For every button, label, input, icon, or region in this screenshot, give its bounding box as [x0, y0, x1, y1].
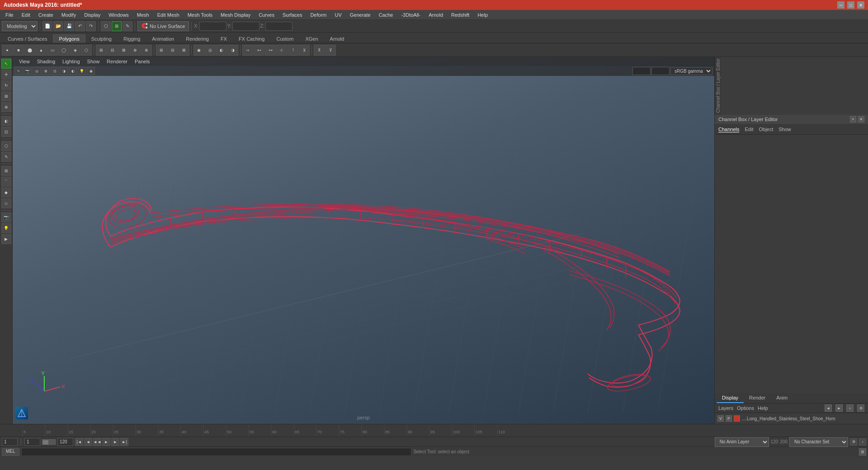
pyramid-btn[interactable]: ⬡ [81, 45, 92, 56]
layers-label[interactable]: Layers [718, 405, 733, 411]
sound-btn[interactable]: ♪ [859, 438, 866, 446]
plane-btn[interactable]: ▭ [47, 45, 58, 56]
minimize-button[interactable]: ─ [837, 1, 844, 9]
anim-tab[interactable]: Anim [771, 393, 793, 403]
z-input[interactable] [265, 22, 292, 31]
object-tab[interactable]: Object [759, 127, 773, 132]
bevel-btn[interactable]: ⊹ [276, 45, 287, 56]
layer-name[interactable]: ....Long_Handled_Stainless_Steel_Shoe_Ho… [742, 416, 865, 421]
isolate-btn[interactable]: ◎ [33, 67, 41, 75]
tab-arnold[interactable]: Arnold [324, 34, 350, 43]
prev-frame-btn[interactable]: ◄ [84, 438, 92, 446]
show-menu[interactable]: Show [85, 59, 103, 64]
new-scene-btn[interactable]: 📄 [42, 21, 52, 31]
goto-end-btn[interactable]: ►| [120, 438, 128, 446]
menu-file[interactable]: File [2, 11, 17, 19]
mel-button[interactable]: MEL [2, 448, 19, 456]
renderer-menu[interactable]: Renderer [104, 59, 130, 64]
no-live-button[interactable]: 🧲 No Live Surface [137, 21, 189, 31]
menu-3dto-all[interactable]: -3DtoAll- [397, 11, 424, 19]
reduce-btn[interactable]: ◐ [216, 45, 227, 56]
torus-btn[interactable]: ◯ [58, 45, 69, 56]
wireframe-btn[interactable]: ⊡ [51, 67, 59, 75]
menu-surfaces[interactable]: Surfaces [279, 11, 306, 19]
gamma-select[interactable]: sRGB gamma [670, 67, 712, 75]
bridge-btn[interactable]: ⊟ [107, 45, 118, 56]
move-tool-btn[interactable]: ✛ [1, 70, 11, 80]
extrude-btn[interactable]: ⊞ [96, 45, 107, 56]
prism-btn[interactable]: ◈ [70, 45, 80, 56]
merge-btn[interactable]: ⊺ [288, 45, 298, 56]
menu-edit[interactable]: Edit [18, 11, 34, 19]
offset-edge-btn[interactable]: ⊷ [254, 45, 264, 56]
add-layer-btn[interactable]: + [846, 404, 854, 412]
boolean-btn[interactable]: ⊠ [179, 45, 189, 56]
show-manip-btn[interactable]: ⊡ [1, 127, 11, 137]
edit-tab[interactable]: Edit [745, 127, 753, 132]
play-back-btn[interactable]: ◄◄ [93, 438, 101, 446]
layer-color-swatch[interactable] [734, 415, 740, 422]
separate-btn[interactable]: ⊟ [167, 45, 178, 56]
light-view-btn[interactable]: 💡 [78, 67, 86, 75]
viewport[interactable]: View Shading Lighting Show Renderer Pane… [13, 57, 714, 424]
menu-windows[interactable]: Windows [105, 11, 132, 19]
open-btn[interactable]: 📂 [53, 21, 63, 31]
menu-cache[interactable]: Cache [375, 11, 397, 19]
attribute-editor-tab[interactable]: Channel Box / Layer Editor [716, 57, 721, 115]
combine-btn[interactable]: ⊞ [156, 45, 167, 56]
shadow-btn[interactable]: ◉ [87, 67, 95, 75]
tab-fx[interactable]: FX [215, 34, 233, 43]
character-set-select[interactable]: No Character Set [789, 437, 848, 447]
panels-menu[interactable]: Panels [132, 59, 153, 64]
cone-btn[interactable]: ▲ [36, 45, 47, 56]
camera-btn[interactable]: 📷 [1, 212, 11, 222]
layer-visibility-btn[interactable]: V [717, 415, 724, 422]
rotate-tool-btn[interactable]: ↻ [1, 80, 11, 90]
uv-btn[interactable]: ⊼ [314, 45, 325, 56]
select-tool-btn[interactable]: ↖ [1, 59, 11, 69]
anim-settings-btn[interactable]: ⚙ [850, 438, 857, 446]
tab-sculpting[interactable]: Sculpting [85, 34, 118, 43]
options-label[interactable]: Options [737, 405, 754, 411]
menu-edit-mesh[interactable]: Edit Mesh [154, 11, 183, 19]
soft-mod-btn[interactable]: ◐ [1, 116, 11, 126]
close-panel-btn[interactable]: ✕ [858, 116, 864, 122]
snap-point-btn[interactable]: ◆ [1, 188, 11, 197]
tab-rendering[interactable]: Rendering [180, 34, 215, 43]
lasso-select-btn[interactable]: ⬡ [1, 141, 11, 151]
anim-layer-select[interactable]: No Anim Layer [715, 437, 769, 447]
layer-options-btn[interactable]: ⚙ [857, 404, 864, 412]
snap-surface-btn[interactable]: ◇ [1, 198, 11, 208]
snap-curve-btn[interactable]: ⌒ [1, 177, 11, 187]
menu-mesh-display[interactable]: Mesh Display [217, 11, 254, 19]
prev-layer-btn[interactable]: ◄ [825, 404, 832, 412]
script-input[interactable] [21, 448, 412, 456]
maximize-button[interactable]: □ [847, 1, 854, 9]
menu-uv[interactable]: UV [331, 11, 345, 19]
select-mask-btn[interactable]: ↖ [14, 67, 23, 75]
start-frame-input[interactable] [24, 438, 40, 446]
scale-tool-btn[interactable]: ⊞ [1, 91, 11, 101]
close-button[interactable]: ✕ [857, 1, 864, 9]
sphere-btn[interactable]: ● [2, 45, 13, 56]
tab-polygons[interactable]: Polygons [53, 34, 85, 43]
paint-btn[interactable]: ✎ [123, 21, 132, 31]
textured-btn[interactable]: ◐ [69, 67, 77, 75]
camera-view-btn[interactable]: 📷 [24, 67, 32, 75]
save-btn[interactable]: 💾 [64, 21, 74, 31]
expand-btn[interactable]: + [850, 116, 856, 122]
tab-fx-caching[interactable]: FX Caching [233, 34, 270, 43]
paint-select-btn[interactable]: ✎ [1, 152, 11, 162]
render-btn[interactable]: ▶ [1, 234, 11, 244]
lighting-menu[interactable]: Lighting [60, 59, 83, 64]
lasso-btn[interactable]: ⊞ [112, 21, 122, 31]
menu-mesh[interactable]: Mesh [133, 11, 153, 19]
view-menu[interactable]: View [16, 59, 33, 64]
near-clip-input[interactable]: 0.00 [632, 67, 651, 75]
show-tab[interactable]: Show [778, 127, 791, 132]
next-layer-btn[interactable]: ► [835, 404, 843, 412]
light-btn[interactable]: 💡 [1, 223, 11, 233]
layer-render-btn[interactable]: P [726, 415, 732, 422]
tab-custom[interactable]: Custom [271, 34, 300, 43]
script-options-btn[interactable]: ⚙ [859, 448, 866, 456]
